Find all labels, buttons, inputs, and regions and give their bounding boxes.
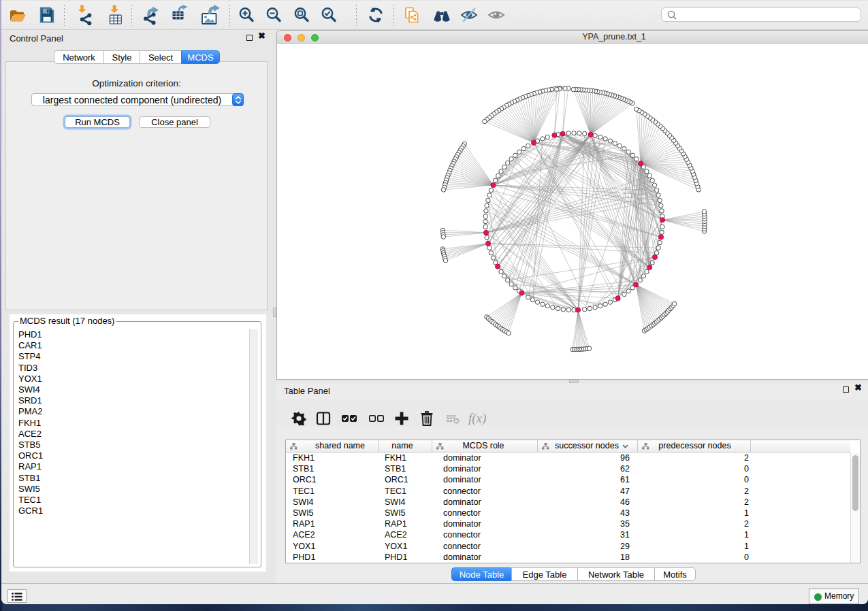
svg-text:f(x): f(x) [468, 411, 486, 426]
